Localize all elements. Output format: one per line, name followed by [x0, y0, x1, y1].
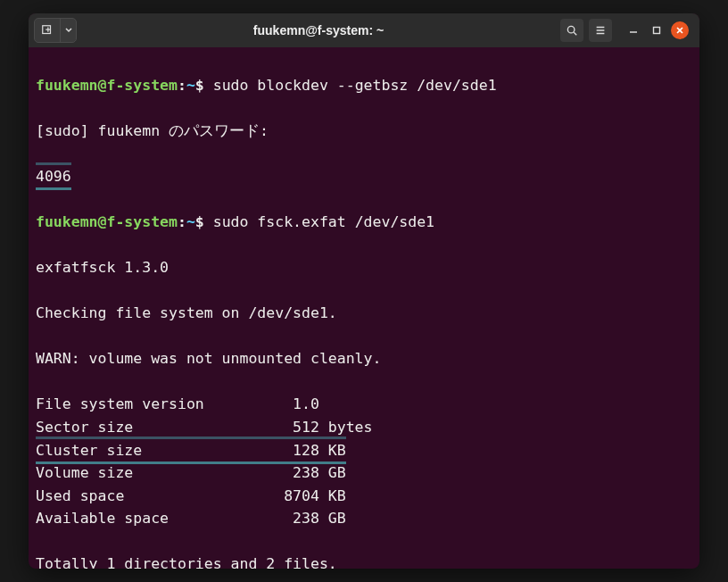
fsck-row-label: Sector size — [36, 416, 257, 439]
fsck-row: Sector size512 bytes — [36, 416, 692, 439]
fsck-row-value: 238 — [257, 461, 319, 485]
search-icon — [566, 24, 578, 37]
maximize-icon — [652, 26, 661, 35]
command-2: sudo fsck.exfat /dev/sde1 — [213, 213, 434, 230]
fsck-row-unit: GB — [319, 464, 346, 481]
maximize-button[interactable] — [648, 21, 666, 39]
fsck-version: exfatfsck 1.3.0 — [36, 256, 692, 279]
minimize-icon — [629, 26, 638, 35]
fsck-row-label: File system version — [36, 393, 257, 416]
fsck-row: Used space8704 KB — [36, 485, 692, 508]
terminal-content[interactable]: fuukemn@f-system:~$ sudo blockdev --getb… — [29, 47, 699, 569]
command-1: sudo blockdev --getbsz /dev/sde1 — [213, 77, 497, 94]
fsck-warn: WARN: volume was not unmounted cleanly. — [36, 347, 692, 370]
close-button[interactable] — [671, 21, 689, 39]
fsck-row-unit: KB — [319, 442, 346, 459]
svg-line-4 — [574, 32, 576, 35]
highlighted-result: 4096 — [36, 165, 71, 188]
fsck-row-value: 1.0 — [257, 393, 319, 416]
fsck-row: File system version1.0 — [36, 393, 692, 416]
fsck-row-value: 238 — [257, 507, 319, 530]
prompt-sigil: $ — [195, 213, 204, 230]
fsck-row-label: Volume size — [36, 461, 257, 485]
fsck-row-unit: bytes — [319, 419, 373, 436]
fsck-row-value: 128 — [257, 439, 319, 462]
close-icon — [675, 26, 684, 35]
fsck-row-label: Cluster size — [36, 439, 257, 462]
svg-point-3 — [567, 26, 575, 33]
chevron-down-icon — [65, 27, 72, 34]
sudo-password-line: [sudo] fuukemn のパスワード: — [36, 120, 692, 143]
prompt-path: ~ — [186, 77, 195, 94]
fsck-row-label: Used space — [36, 485, 257, 508]
fsck-stats: File system version1.0Sector size512 byt… — [36, 393, 692, 529]
new-tab-button[interactable] — [35, 19, 60, 42]
tab-dropdown-button[interactable] — [60, 19, 76, 42]
terminal-window: fuukemn@f-system: ~ — [29, 13, 699, 569]
titlebar-right-group — [560, 19, 694, 42]
prompt-colon: : — [178, 77, 186, 94]
search-button[interactable] — [560, 19, 583, 42]
fsck-row: Available space238 GB — [36, 507, 692, 530]
hamburger-icon — [594, 24, 607, 37]
blockdev-output: 4096 — [36, 165, 692, 188]
fsck-row: Volume size238 GB — [36, 461, 692, 485]
titlebar: fuukemn@f-system: ~ — [29, 13, 699, 47]
fsck-row-unit: KB — [319, 487, 346, 504]
prompt-colon: : — [178, 213, 186, 230]
svg-rect-9 — [654, 28, 660, 34]
fsck-checking: Checking file system on /dev/sde1. — [36, 302, 692, 325]
minimize-button[interactable] — [625, 21, 642, 39]
titlebar-left-group — [34, 18, 77, 43]
fsck-row-label: Available space — [36, 507, 257, 530]
prompt-sigil: $ — [195, 77, 204, 94]
new-tab-icon — [41, 24, 54, 37]
fsck-row: Cluster size128 KB — [36, 439, 346, 462]
prompt-path: ~ — [186, 213, 195, 230]
prompt-line-2: fuukemn@f-system:~$ sudo fsck.exfat /dev… — [36, 211, 692, 234]
fsck-row-unit: GB — [319, 510, 346, 527]
tab-controls — [34, 18, 77, 43]
fsck-row-value: 8704 — [257, 485, 319, 508]
fsck-row-value: 512 — [257, 416, 319, 439]
prompt-line-1: fuukemn@f-system:~$ sudo blockdev --getb… — [36, 74, 692, 97]
prompt-user: fuukemn@f-system — [36, 77, 178, 94]
menu-button[interactable] — [589, 19, 612, 42]
window-title: fuukemn@f-system: ~ — [82, 23, 555, 37]
fsck-totals: Totally 1 directories and 2 files. — [36, 553, 692, 569]
prompt-user: fuukemn@f-system — [36, 213, 178, 230]
